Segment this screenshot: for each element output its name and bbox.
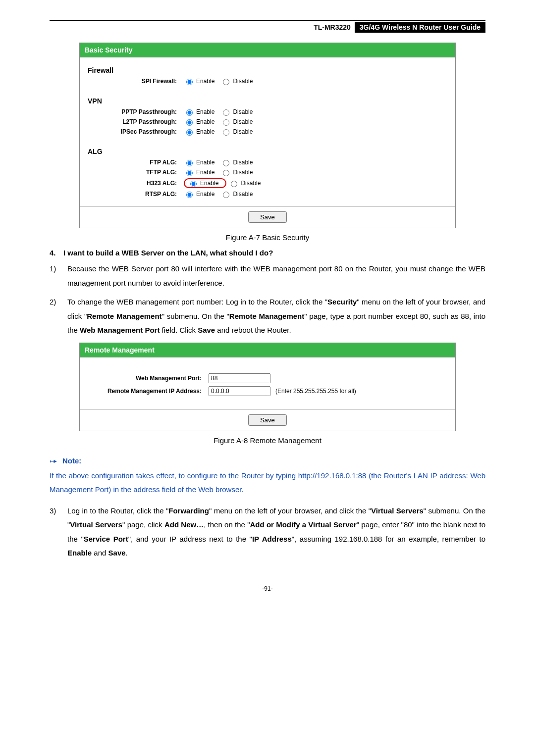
enable-label: Enable [196, 191, 214, 198]
firewall-section-title: Firewall [88, 66, 447, 74]
field-label: Web Management Port: [88, 375, 209, 382]
ftp-disable-radio[interactable] [223, 160, 229, 166]
alg-section-title: ALG [88, 148, 447, 155]
field-label: SPI Firewall: [88, 78, 184, 85]
l2tp-disable-radio[interactable] [223, 119, 229, 126]
doc-title: 3G/4G Wireless N Router User Guide [355, 22, 485, 33]
pointing-hand-icon [50, 456, 58, 465]
disable-label: Disable [233, 191, 253, 198]
disable-label: Disable [233, 108, 253, 115]
field-label: TFTP ALG: [88, 169, 184, 176]
item-body: Log in to the Router, click the "Forward… [67, 504, 485, 560]
enable-label: Enable [196, 118, 214, 125]
disable-label: Disable [233, 118, 253, 125]
router-url-link[interactable]: http://192.168.0.1:88 [298, 471, 367, 480]
ftp-enable-radio[interactable] [186, 160, 193, 166]
spi-disable-radio[interactable] [223, 79, 229, 85]
pptp-disable-radio[interactable] [223, 109, 229, 116]
item-body: To change the WEB management port number… [67, 295, 485, 338]
note-body: If the above configuration takes effect,… [50, 469, 485, 497]
panel-title: Basic Security [80, 43, 455, 57]
save-button[interactable]: Save [248, 414, 287, 426]
disable-label: Disable [241, 180, 261, 187]
l2tp-enable-radio[interactable] [186, 119, 193, 126]
remote-ip-row: Remote Management IP Address: (Enter 255… [88, 386, 447, 396]
item-num: 2) [50, 295, 67, 338]
field-label: IPSec Passthrough: [88, 128, 184, 135]
list-item-2: 2) To change the WEB management port num… [50, 295, 485, 338]
qa-number: 4. [50, 249, 63, 257]
remote-ip-input[interactable] [209, 386, 270, 396]
rtsp-alg-row: RTSP ALG: Enable Disable [88, 190, 447, 198]
qa-heading: 4. I want to build a WEB Server on the L… [50, 249, 485, 257]
field-label: Remote Management IP Address: [88, 388, 209, 395]
l2tp-row: L2TP Passthrough: Enable Disable [88, 118, 447, 126]
list-item-1: 1) Because the WEB Server port 80 will i… [50, 262, 485, 290]
ftp-alg-row: FTP ALG: Enable Disable [88, 158, 447, 166]
ip-hint: (Enter 255.255.255.255 for all) [275, 388, 356, 395]
tftp-alg-row: TFTP ALG: Enable Disable [88, 168, 447, 176]
web-port-row: Web Management Port: [88, 373, 447, 383]
vpn-section-title: VPN [88, 97, 447, 105]
field-label: RTSP ALG: [88, 191, 184, 198]
note-heading: Note: [50, 456, 81, 465]
disable-label: Disable [233, 169, 253, 176]
spi-enable-radio[interactable] [186, 79, 193, 85]
panel-title: Remote Management [80, 343, 455, 357]
page-number: -91- [50, 585, 485, 592]
ipsec-enable-radio[interactable] [186, 129, 193, 136]
enable-label: Enable [196, 128, 214, 135]
note-label: Note: [62, 456, 81, 465]
figure-caption-a8: Figure A-8 Remote Management [50, 436, 485, 445]
list-item-3: 3) Log in to the Router, click the "Forw… [50, 504, 485, 560]
basic-security-panel: Basic Security Firewall SPI Firewall: En… [79, 43, 456, 228]
field-label: L2TP Passthrough: [88, 118, 184, 125]
spi-firewall-row: SPI Firewall: Enable Disable [88, 77, 447, 85]
save-button[interactable]: Save [248, 211, 287, 223]
web-port-input[interactable] [209, 373, 270, 383]
disable-label: Disable [233, 159, 253, 166]
item-num: 3) [50, 504, 67, 560]
model-label: TL-MR3220 [310, 22, 355, 32]
h323-enable-radio[interactable] [190, 181, 197, 187]
enable-label: Enable [196, 78, 214, 85]
rtsp-enable-radio[interactable] [186, 192, 193, 198]
remote-management-panel: Remote Management Web Management Port: R… [79, 343, 456, 431]
disable-label: Disable [233, 128, 253, 135]
field-label: FTP ALG: [88, 159, 184, 166]
highlight-circle-icon: Enable [184, 178, 226, 188]
field-label: H323 ALG: [88, 180, 184, 187]
field-label: PPTP Passthrough: [88, 108, 184, 115]
rtsp-disable-radio[interactable] [223, 192, 229, 198]
tftp-disable-radio[interactable] [223, 170, 229, 176]
h323-alg-row: H323 ALG: Enable Disable [88, 178, 447, 188]
qa-text: I want to build a WEB Server on the LAN,… [63, 249, 273, 257]
enable-label: Enable [196, 159, 214, 166]
enable-label: Enable [200, 180, 218, 187]
tftp-enable-radio[interactable] [186, 170, 193, 176]
item-body: Because the WEB Server port 80 will inte… [67, 262, 485, 290]
ipsec-row: IPSec Passthrough: Enable Disable [88, 128, 447, 136]
figure-caption-a7: Figure A-7 Basic Security [50, 233, 485, 242]
doc-header: TL-MR3220 3G/4G Wireless N Router User G… [50, 22, 485, 33]
pptp-row: PPTP Passthrough: Enable Disable [88, 108, 447, 116]
enable-label: Enable [196, 169, 214, 176]
ipsec-disable-radio[interactable] [223, 129, 229, 136]
disable-label: Disable [233, 78, 253, 85]
h323-disable-radio[interactable] [231, 181, 237, 187]
enable-label: Enable [196, 108, 214, 115]
item-num: 1) [50, 262, 67, 290]
pptp-enable-radio[interactable] [186, 109, 193, 116]
